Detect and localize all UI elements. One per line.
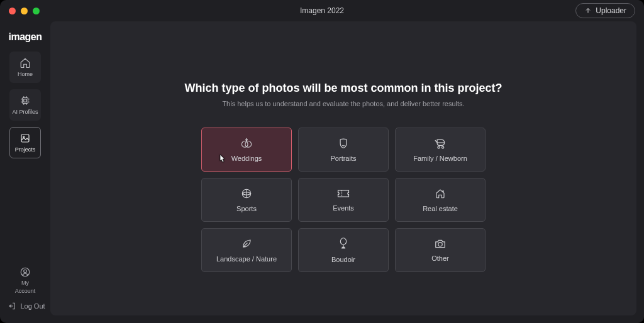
category-card-boudoir[interactable]: Boudoir: [298, 228, 389, 272]
svg-point-12: [340, 238, 346, 244]
user-circle-icon: [19, 266, 31, 278]
sidebar-item-logout[interactable]: Log Out: [5, 302, 45, 317]
page-heading: Which type of photos will be most common…: [184, 82, 502, 95]
category-card-family-newborn[interactable]: Family / Newborn: [395, 128, 486, 172]
app-window: Imagen 2022 Uploader imagen Home AI Prof…: [0, 0, 644, 323]
category-card-other[interactable]: Other: [395, 228, 486, 272]
page-subheading: This helps us to understand and evaluate…: [222, 100, 464, 107]
chip-icon: [19, 95, 31, 106]
logo: imagen: [8, 31, 42, 43]
maximize-window-icon[interactable]: [33, 8, 40, 14]
sidebar-item-ai-profiles[interactable]: AI Profiles: [9, 89, 41, 121]
house-icon: [435, 188, 446, 199]
category-card-weddings[interactable]: Weddings: [201, 128, 292, 172]
svg-point-8: [438, 146, 440, 148]
rings-icon: [240, 138, 253, 149]
category-label: Boudoir: [331, 256, 355, 263]
svg-point-5: [24, 270, 27, 273]
category-label: Events: [333, 204, 354, 212]
category-label: Sports: [236, 205, 257, 212]
sidebar-label-ai-profiles: AI Profiles: [12, 109, 38, 115]
uploader-button[interactable]: Uploader: [575, 3, 635, 18]
svg-rect-1: [24, 99, 27, 102]
category-card-real-estate[interactable]: Real estate: [395, 178, 486, 222]
sidebar-bottom: My Account Log Out: [5, 266, 45, 317]
main-panel: Which type of photos will be most common…: [50, 21, 636, 315]
ticket-icon: [336, 189, 350, 199]
sidebar-item-home[interactable]: Home: [9, 52, 41, 83]
svg-point-6: [242, 141, 248, 147]
gallery-icon: [19, 133, 31, 144]
category-label: Portraits: [331, 155, 357, 162]
svg-point-7: [245, 141, 252, 147]
svg-point-11: [443, 190, 444, 192]
stroller-icon: [433, 138, 447, 149]
sidebar-label-home: Home: [18, 71, 33, 77]
window-title: Imagen 2022: [8, 6, 636, 15]
app-body: imagen Home AI Profiles Projects: [0, 21, 644, 323]
account-label-1: My: [21, 280, 29, 286]
svg-point-9: [441, 146, 443, 148]
svg-point-3: [23, 136, 25, 138]
category-grid: Weddings Portraits Family / Newborn: [201, 128, 486, 272]
sidebar-label-projects: Projects: [15, 146, 36, 153]
ball-icon: [241, 188, 252, 199]
category-label: Landscape / Nature: [216, 255, 277, 263]
leaf-icon: [241, 238, 252, 249]
category-card-sports[interactable]: Sports: [201, 178, 292, 222]
svg-rect-2: [21, 134, 29, 142]
uploader-label: Uploader: [596, 6, 626, 15]
sidebar-item-my-account[interactable]: My Account: [15, 266, 36, 294]
sidebar-nav: Home AI Profiles Projects: [9, 52, 41, 158]
svg-rect-0: [23, 98, 28, 104]
minimize-window-icon[interactable]: [21, 8, 28, 14]
window-controls: [9, 8, 40, 14]
home-icon: [19, 57, 31, 68]
logout-icon: [8, 302, 16, 310]
logout-label: Log Out: [20, 302, 45, 310]
camera-icon: [434, 239, 447, 249]
category-label: Weddings: [231, 155, 262, 162]
category-card-portraits[interactable]: Portraits: [298, 128, 389, 172]
title-bar: Imagen 2022 Uploader: [0, 0, 644, 21]
sidebar: imagen Home AI Profiles Projects: [0, 21, 50, 323]
category-card-landscape-nature[interactable]: Landscape / Nature: [201, 228, 292, 272]
account-label-2: Account: [15, 288, 36, 294]
close-window-icon[interactable]: [9, 8, 16, 14]
category-label: Family / Newborn: [413, 155, 467, 162]
category-card-events[interactable]: Events: [298, 178, 389, 222]
upload-icon: [584, 7, 592, 14]
face-icon: [337, 138, 350, 149]
mirror-icon: [338, 238, 348, 250]
svg-point-13: [438, 242, 442, 246]
sidebar-item-projects[interactable]: Projects: [9, 127, 41, 158]
category-label: Other: [431, 255, 449, 262]
category-label: Real estate: [423, 205, 458, 212]
